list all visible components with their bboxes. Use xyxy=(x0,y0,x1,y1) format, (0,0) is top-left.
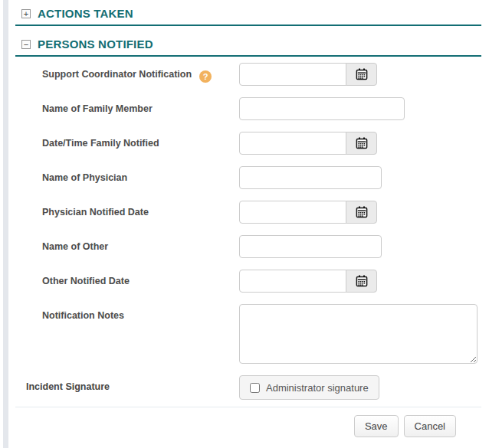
expand-icon[interactable]: + xyxy=(21,9,31,18)
name-of-other-input[interactable] xyxy=(239,235,382,258)
field-label: Other Notified Date xyxy=(15,270,239,293)
date-input-group xyxy=(239,201,377,224)
collapse-icon[interactable]: − xyxy=(21,40,31,49)
physician-notified-date-input[interactable] xyxy=(239,201,346,224)
incident-signature-label: Incident Signature xyxy=(15,375,239,400)
field-label: Name of Other xyxy=(15,235,239,258)
field-name-of-family-member: Name of Family Member xyxy=(15,97,481,120)
persons-notified-form: Support Coordinator Notification? Name o… xyxy=(15,57,481,437)
date-input-group xyxy=(239,270,377,293)
form-footer: Save Cancel xyxy=(15,407,481,437)
support-coordinator-notification-input[interactable] xyxy=(239,63,346,86)
support-coordinator-calendar-button[interactable] xyxy=(346,63,377,86)
field-label: Support Coordinator Notification? xyxy=(15,63,239,86)
left-rail xyxy=(3,0,8,448)
family-notified-calendar-button[interactable] xyxy=(346,132,377,155)
field-label: Notification Notes xyxy=(15,304,239,364)
administrator-signature-checkbox[interactable] xyxy=(250,383,260,393)
save-button[interactable]: Save xyxy=(354,415,399,437)
notification-notes-textarea[interactable] xyxy=(239,304,478,364)
date-time-family-notified-input[interactable] xyxy=(239,132,346,155)
section-title-actions-taken: ACTIONS TAKEN xyxy=(38,7,133,20)
field-label: Name of Family Member xyxy=(15,97,239,120)
calendar-icon xyxy=(356,275,368,287)
help-icon[interactable]: ? xyxy=(199,70,212,83)
section-header-actions-taken[interactable]: + ACTIONS TAKEN xyxy=(15,0,481,26)
calendar-icon xyxy=(356,137,368,149)
date-input-group xyxy=(239,132,377,155)
section-header-persons-notified[interactable]: − PERSONS NOTIFIED xyxy=(15,31,481,57)
field-date-time-family-notified: Date/Time Family Notified xyxy=(15,132,481,155)
field-label: Date/Time Family Notified xyxy=(15,132,239,155)
field-support-coordinator-notification: Support Coordinator Notification? xyxy=(15,63,481,86)
name-of-physician-input[interactable] xyxy=(239,166,382,189)
other-notified-date-input[interactable] xyxy=(239,270,346,293)
calendar-icon xyxy=(356,206,368,218)
field-other-notified-date: Other Notified Date xyxy=(15,270,481,293)
field-name-of-physician: Name of Physician xyxy=(15,166,481,189)
physician-notified-calendar-button[interactable] xyxy=(346,201,377,224)
field-physician-notified-date: Physician Notified Date xyxy=(15,201,481,224)
incident-form: + ACTIONS TAKEN − PERSONS NOTIFIED Suppo… xyxy=(15,0,481,437)
administrator-signature-label: Administrator signature xyxy=(266,382,369,394)
administrator-signature-button[interactable]: Administrator signature xyxy=(239,375,379,400)
field-name-of-other: Name of Other xyxy=(15,235,481,258)
field-label-text: Support Coordinator Notification xyxy=(42,69,192,80)
cancel-button[interactable]: Cancel xyxy=(404,415,456,437)
other-notified-calendar-button[interactable] xyxy=(346,270,377,293)
section-persons-notified: − PERSONS NOTIFIED Support Coordinator N… xyxy=(15,31,481,437)
name-of-family-member-input[interactable] xyxy=(239,97,405,120)
date-input-group xyxy=(239,63,377,86)
field-notification-notes: Notification Notes xyxy=(15,304,481,364)
field-label: Name of Physician xyxy=(15,166,239,189)
calendar-icon xyxy=(356,68,368,80)
section-title-persons-notified: PERSONS NOTIFIED xyxy=(38,38,153,51)
section-actions-taken: + ACTIONS TAKEN xyxy=(15,0,481,26)
field-label: Physician Notified Date xyxy=(15,201,239,224)
field-incident-signature: Incident Signature Administrator signatu… xyxy=(15,375,481,400)
